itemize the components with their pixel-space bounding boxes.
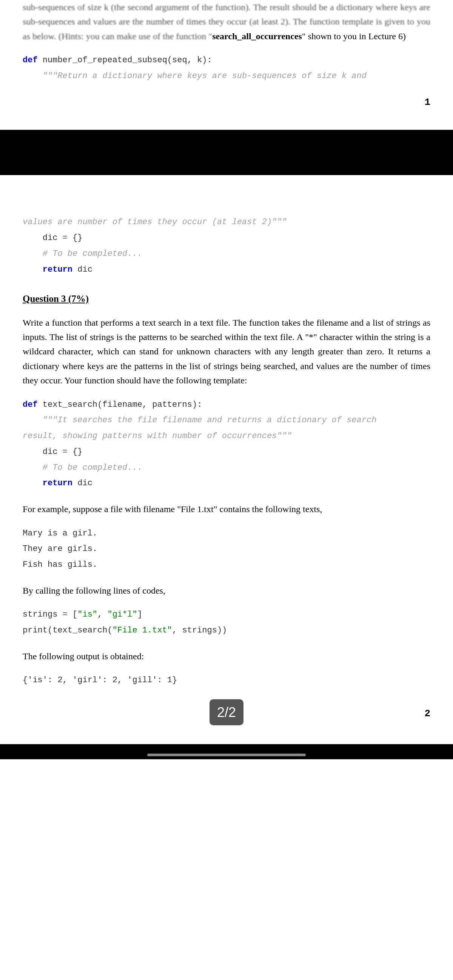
page-indicator-overlay: 2/2 xyxy=(209,699,244,725)
document-page-2: values are number of times they occur (a… xyxy=(0,175,453,744)
call-line1-b: , xyxy=(97,610,107,619)
file-contents-block: Mary is a girl. They are girls. Fish has… xyxy=(23,526,430,573)
output-intro-text: The following output is obtained: xyxy=(23,649,430,663)
question-3-heading: Question 3 (7%) xyxy=(23,291,430,306)
return-value: dic xyxy=(72,265,93,274)
todo-comment: # To be completed... xyxy=(23,249,142,258)
call-line1-c: ] xyxy=(137,610,142,619)
document-page-1: sub-sequences of size k (the second argu… xyxy=(0,0,453,130)
home-indicator[interactable] xyxy=(147,754,306,756)
call-code-block: strings = ["is", "gi*l"] print(text_sear… xyxy=(23,607,430,638)
call-line1-a: strings = [ xyxy=(23,610,77,619)
example-intro-text: For example, suppose a file with filenam… xyxy=(23,502,430,516)
keyword-return-q3: return xyxy=(23,479,72,488)
output-block: {'is': 2, 'girl': 2, 'gill': 1} xyxy=(23,673,430,688)
return-value-q3: dic xyxy=(72,479,93,488)
docstring-q3-line2: result, showing patterns with number of … xyxy=(23,431,292,441)
dic-assign-line-q3: dic = {} xyxy=(23,447,82,457)
dic-assign-line: dic = {} xyxy=(23,233,82,243)
code-block-q2: def number_of_repeated_subseq(seq, k): "… xyxy=(23,52,430,84)
intro-bold-func: search_all_occurrences xyxy=(212,31,302,41)
code-block-q2-cont: values are number of times they occur (a… xyxy=(23,214,430,277)
func-signature: number_of_repeated_subseq(seq, k): xyxy=(38,56,212,65)
todo-comment-q3: # To be completed... xyxy=(23,463,142,473)
func-signature-q3: text_search(filename, patterns): xyxy=(38,400,203,409)
docstring-part2: values are number of times they occur (a… xyxy=(23,217,287,227)
call-line1-str2: "gi*l" xyxy=(107,610,137,619)
call-line2-str: "File 1.txt" xyxy=(113,626,172,635)
keyword-def: def xyxy=(23,56,38,65)
call-line2-b: , strings)) xyxy=(172,626,227,635)
docstring-q3-line1: """It searches the file filename and ret… xyxy=(23,415,376,425)
page-break-bar xyxy=(0,130,453,175)
device-bottom-bar xyxy=(0,744,453,759)
question-3-body: Write a function that performs a text se… xyxy=(23,315,430,388)
calling-intro-text: By calling the following lines of codes, xyxy=(23,583,430,598)
page-number-1: 1 xyxy=(23,95,430,111)
docstring-part1: """Return a dictionary where keys are su… xyxy=(23,71,372,81)
keyword-return: return xyxy=(23,265,72,274)
intro-text-tail: " shown to you in Lecture 6) xyxy=(302,31,406,41)
keyword-def-q3: def xyxy=(23,400,38,409)
page-number-2: 2 xyxy=(424,706,430,722)
code-block-q3: def text_search(filename, patterns): """… xyxy=(23,397,430,492)
intro-paragraph: sub-sequences of size k (the second argu… xyxy=(23,0,430,43)
call-line1-str1: "is" xyxy=(77,610,97,619)
call-line2-a: print(text_search( xyxy=(23,626,113,635)
